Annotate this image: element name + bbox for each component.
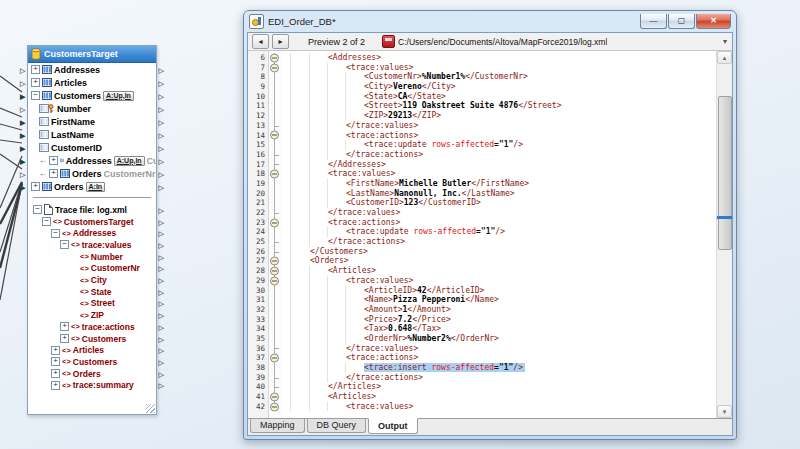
table-row-customers[interactable]: ▶−CustomersA:Up,In▷	[28, 89, 156, 102]
connector-output[interactable]: ▷	[159, 312, 164, 319]
tab-output[interactable]: Output	[368, 418, 418, 434]
connector-output[interactable]: ▷	[159, 288, 164, 295]
trace-node-customers[interactable]: +<>Customers▷	[28, 356, 156, 368]
trace-node-customerstarget[interactable]: −<>CustomersTarget▷	[28, 216, 156, 228]
fold-collapse-icon[interactable]	[270, 53, 279, 62]
table-row-orders[interactable]: ▷←+OrdersCustomerNr▷	[28, 167, 156, 180]
connector-input[interactable]: ▶	[20, 92, 25, 99]
connector-output[interactable]: ▷	[159, 105, 164, 112]
connector-output[interactable]: ▷	[159, 241, 164, 248]
fold-collapse-icon[interactable]	[270, 392, 279, 401]
connector-input[interactable]: ▷	[20, 170, 25, 177]
tab-mapping[interactable]: Mapping	[250, 419, 305, 433]
next-preview-button[interactable]: ▸	[272, 34, 289, 49]
connector-output[interactable]: ▷	[159, 118, 164, 125]
connector-input[interactable]: ▶	[20, 144, 25, 151]
connector-input[interactable]: ▶	[20, 157, 25, 164]
trace-node-orders[interactable]: +<>Orders▷	[28, 368, 156, 380]
fold-collapse-icon[interactable]	[270, 170, 279, 179]
trace-node-state[interactable]: <>State▷	[28, 286, 156, 298]
expand-box[interactable]: +	[51, 346, 60, 355]
collapse-box[interactable]: −	[51, 229, 60, 238]
connector-input[interactable]: ▷	[20, 66, 25, 73]
sql-action-button[interactable]: A:Up,In	[103, 91, 134, 101]
sql-action-button[interactable]: A:Up,In	[114, 156, 145, 166]
scroll-down-arrow[interactable]: ▼	[717, 405, 732, 418]
expand-box[interactable]: +	[60, 322, 69, 331]
connector-output[interactable]: ▷	[159, 79, 164, 86]
sql-action-button[interactable]: A:In	[86, 182, 106, 192]
scroll-up-arrow[interactable]: ▲	[717, 51, 732, 64]
table-row-firstname[interactable]: ▶FirstName▷	[28, 115, 156, 128]
connector-output[interactable]: ▷	[159, 382, 164, 389]
table-row-lastname[interactable]: ▶LastName▷	[28, 128, 156, 141]
trace-node-street[interactable]: <>Street▷	[28, 298, 156, 310]
fold-collapse-icon[interactable]	[270, 257, 279, 266]
table-row-number[interactable]: ▷Number▷	[28, 102, 156, 115]
expand-box[interactable]: +	[51, 357, 60, 366]
table-row-addresses[interactable]: ▶←+AddressesA:Up,InCusto▷	[28, 154, 156, 167]
connector-output[interactable]: ▷	[159, 335, 164, 342]
fold-collapse-icon[interactable]	[270, 402, 279, 411]
connector-output[interactable]: ▷	[159, 218, 164, 225]
collapse-box[interactable]: −	[31, 91, 40, 100]
trace-node-customernr[interactable]: <>CustomerNr▷	[28, 263, 156, 275]
connector-input[interactable]: ▷	[20, 79, 25, 86]
connector-output[interactable]: ▷	[159, 183, 164, 190]
trace-node-trace-file-log-xml[interactable]: −Trace file: log.xml▷	[28, 204, 156, 216]
connector-output[interactable]: ▷	[159, 358, 164, 365]
tab-db-query[interactable]: DB Query	[307, 419, 367, 433]
close-button[interactable]: ✕	[696, 14, 731, 29]
minimize-button[interactable]: —	[640, 14, 667, 29]
connector-output[interactable]: ▷	[159, 300, 164, 307]
fold-collapse-icon[interactable]	[270, 266, 279, 275]
maximize-button[interactable]: ▢	[668, 14, 695, 29]
expand-box[interactable]: +	[49, 169, 58, 178]
component-customers-target[interactable]: CustomersTarget ▷+Addresses▷▷+Articles▷▶…	[27, 45, 157, 415]
expand-box[interactable]: +	[51, 381, 60, 390]
trace-node-articles[interactable]: +<>Articles▷	[28, 344, 156, 356]
connector-output[interactable]: ▷	[159, 230, 164, 237]
connector-output[interactable]: ▷	[159, 131, 164, 138]
fold-collapse-icon[interactable]	[270, 354, 279, 363]
trace-node-trace-actions[interactable]: +<>trace:actions▷	[28, 321, 156, 333]
connector-output[interactable]: ▷	[159, 347, 164, 354]
table-row-articles[interactable]: ▷+Articles▷	[28, 76, 156, 89]
connector-input[interactable]: ▶	[20, 131, 25, 138]
resize-grip[interactable]	[146, 404, 155, 413]
table-row-addresses[interactable]: ▷+Addresses▷	[28, 63, 156, 76]
collapse-box[interactable]: −	[60, 240, 69, 249]
connector-input[interactable]: ▶	[20, 183, 25, 190]
connector-output[interactable]: ▷	[159, 66, 164, 73]
trace-node-addresses[interactable]: −<>Addresses▷	[28, 227, 156, 239]
expand-box[interactable]: +	[31, 78, 40, 87]
trace-node-trace-values[interactable]: −<>trace:values▷	[28, 239, 156, 251]
trace-node-zip[interactable]: <>ZIP▷	[28, 309, 156, 321]
table-row-customerid[interactable]: ▶CustomerID▷	[28, 141, 156, 154]
expand-box[interactable]: +	[31, 65, 40, 74]
connector-input[interactable]: ▷	[20, 105, 25, 112]
chevron-down-icon[interactable]: ▾	[723, 37, 727, 46]
collapse-box[interactable]: −	[42, 217, 51, 226]
xml-output-editor[interactable]: 6<Addresses>7<trace:values>8<CustomerNr>…	[248, 51, 732, 418]
connector-output[interactable]: ▷	[159, 170, 164, 177]
trace-node-trace-summary[interactable]: +<>trace:summary▷	[28, 380, 156, 392]
trace-node-number[interactable]: <>Number▷	[28, 251, 156, 263]
connector-output[interactable]: ▷	[159, 370, 164, 377]
connector-output[interactable]: ▷	[159, 277, 164, 284]
expand-box[interactable]: +	[60, 334, 69, 343]
connector-output[interactable]: ▷	[159, 265, 164, 272]
trace-node-city[interactable]: <>City▷	[28, 274, 156, 286]
expand-box[interactable]: +	[49, 156, 58, 165]
scrollbar-thumb[interactable]	[718, 96, 732, 250]
connector-output[interactable]: ▷	[159, 323, 164, 330]
connector-input[interactable]: ▶	[20, 118, 25, 125]
output-file-path[interactable]: C:/Users/enc/Documents/Altova/MapForce20…	[398, 37, 607, 47]
fold-collapse-icon[interactable]	[270, 63, 279, 72]
expand-box[interactable]: +	[31, 182, 40, 191]
fold-collapse-icon[interactable]	[270, 131, 279, 140]
expand-box[interactable]: +	[51, 369, 60, 378]
fold-collapse-icon[interactable]	[270, 218, 279, 227]
connector-output[interactable]: ▷	[159, 144, 164, 151]
table-row-orders[interactable]: ▶+OrdersA:In▷	[28, 180, 156, 193]
